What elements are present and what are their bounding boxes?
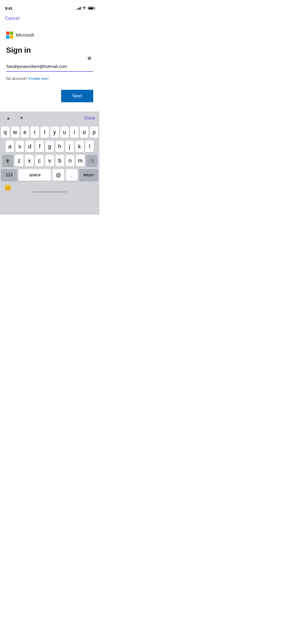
key-q[interactable]: q <box>1 126 9 138</box>
email-input[interactable] <box>6 62 93 72</box>
key-l[interactable]: l <box>85 141 94 152</box>
ms-logo-yellow <box>10 35 13 39</box>
email-input-container <box>6 62 93 72</box>
key-g[interactable]: g <box>45 141 54 152</box>
next-button[interactable]: Next <box>61 90 93 102</box>
status-icons <box>77 7 94 10</box>
shift-key[interactable] <box>2 155 13 167</box>
no-account-static: No account? <box>6 76 28 81</box>
create-account-link[interactable]: Create one! <box>29 76 48 81</box>
sign-in-title: Sign in <box>6 46 93 54</box>
key-a[interactable]: a <box>6 141 14 152</box>
key-t[interactable]: t <box>40 126 49 138</box>
key-d[interactable]: d <box>25 141 34 152</box>
key-h[interactable]: h <box>56 141 64 152</box>
key-z[interactable]: z <box>15 155 23 167</box>
key-f[interactable]: f <box>35 141 44 152</box>
toolbar-next-button[interactable]: ▼ <box>17 114 26 122</box>
keyboard-row-4: 123 space @ . return <box>1 169 98 181</box>
toolbar-prev-button[interactable]: ▲ <box>4 114 13 122</box>
next-button-container: Next <box>6 90 93 102</box>
space-key[interactable]: space <box>19 169 51 181</box>
key-e[interactable]: e <box>21 126 29 138</box>
key-n[interactable]: n <box>66 155 74 167</box>
key-s[interactable]: s <box>16 141 24 152</box>
ms-logo-red <box>6 32 9 35</box>
main-content: Microsoft Sign in No account? Create one… <box>0 24 99 107</box>
emoji-button[interactable]: 😊 <box>4 184 12 192</box>
at-key[interactable]: @ <box>52 169 64 181</box>
key-o[interactable]: o <box>80 126 88 138</box>
wifi-icon <box>82 7 86 10</box>
return-key[interactable]: return <box>79 169 98 181</box>
key-k[interactable]: k <box>75 141 84 152</box>
keyboard-row-2: a s d f g h j k l <box>1 141 98 152</box>
ms-logo-blue <box>6 35 9 39</box>
key-c[interactable]: c <box>35 155 44 167</box>
keyboard-row-1: q w e r t y u i o p <box>1 126 98 138</box>
microsoft-logo-text: Microsoft <box>16 33 34 38</box>
key-m[interactable]: m <box>76 155 85 167</box>
microsoft-logo-container: Microsoft <box>6 32 93 39</box>
key-p[interactable]: p <box>90 126 98 138</box>
key-r[interactable]: r <box>31 126 39 138</box>
battery-icon <box>88 7 94 10</box>
key-u[interactable]: u <box>60 126 69 138</box>
microsoft-logo-grid <box>6 32 13 39</box>
no-account-text: No account? Create one! <box>6 76 93 81</box>
keyboard-toolbar: ▲ ▼ Done <box>0 112 99 124</box>
key-v[interactable]: v <box>45 155 54 167</box>
cancel-button[interactable]: Cancel <box>5 14 19 23</box>
key-x[interactable]: x <box>25 155 34 167</box>
period-key[interactable]: . <box>66 169 77 181</box>
cursor-indicator <box>88 56 91 60</box>
key-b[interactable]: b <box>56 155 64 167</box>
toolbar-done-button[interactable]: Done <box>84 115 95 121</box>
keyboard: q w e r t y u i o p a s d f g h j k l z … <box>0 124 99 215</box>
status-time: 9:41 <box>5 6 12 10</box>
key-y[interactable]: y <box>50 126 59 138</box>
keyboard-row-3: z x c v b n m <box>1 155 98 167</box>
status-bar: 9:41 <box>0 0 99 13</box>
nav-bar: Cancel <box>0 13 99 24</box>
key-j[interactable]: j <box>65 141 74 152</box>
key-i[interactable]: i <box>70 126 79 138</box>
key-w[interactable]: w <box>11 126 19 138</box>
home-indicator <box>33 191 67 193</box>
toolbar-nav: ▲ ▼ <box>4 114 26 122</box>
numbers-key[interactable]: 123 <box>1 169 17 181</box>
ms-logo-green <box>10 32 13 35</box>
signal-icon <box>77 7 81 10</box>
backspace-key[interactable] <box>86 155 97 167</box>
